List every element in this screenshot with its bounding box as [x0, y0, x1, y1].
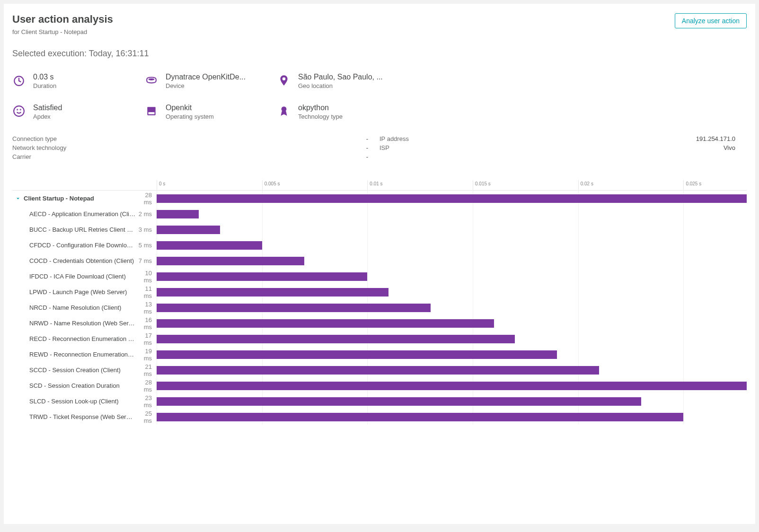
waterfall-bar-cell	[157, 393, 747, 409]
waterfall-bar	[157, 335, 515, 343]
waterfall-label-area: CFDCD - Configuration File Download...	[12, 242, 135, 249]
waterfall-label-area: Client Startup - Notepad	[12, 195, 135, 202]
waterfall-duration: 21 ms	[135, 363, 157, 377]
detail-label: Network technology	[12, 144, 66, 151]
waterfall-bar-cell	[157, 347, 747, 362]
waterfall-bar-cell	[157, 222, 747, 237]
axis-tick: 0.02 s	[578, 180, 593, 190]
waterfall-duration: 7 ms	[135, 257, 157, 264]
svg-rect-6	[149, 112, 155, 114]
waterfall-bar-cell	[157, 237, 747, 253]
waterfall-label: SCD - Session Creation Duration	[29, 382, 120, 389]
details-section: Connection type-Network technology-Carri…	[12, 134, 747, 161]
waterfall-label: AECD - Application Enumeration (Clie...	[29, 210, 135, 218]
metric-device: Dynatrace OpenKitDe... Device	[145, 73, 277, 89]
waterfall-duration: 5 ms	[135, 242, 157, 249]
detail-value: Vivo	[724, 144, 735, 151]
selected-execution-label: Selected execution: Today, 16:31:11	[12, 49, 747, 59]
waterfall-bar-cell	[157, 253, 747, 269]
waterfall-duration: 28 ms	[135, 192, 157, 206]
svg-point-4	[149, 78, 155, 80]
detail-line: Carrier-	[12, 152, 380, 161]
waterfall-label: RECD - Reconnection Enumeration (Cl...	[29, 335, 135, 342]
waterfall-row: RECD - Reconnection Enumeration (Cl...17…	[12, 331, 747, 347]
page-title: User action analysis	[12, 13, 113, 26]
metric-duration: 0.03 s Duration	[12, 73, 145, 89]
waterfall-duration: 13 ms	[135, 301, 157, 315]
waterfall-bar	[157, 319, 494, 328]
waterfall-bar	[157, 413, 683, 421]
device-icon	[145, 74, 158, 87]
detail-value: -	[366, 153, 368, 160]
waterfall-bar-cell	[157, 409, 747, 425]
waterfall-duration: 10 ms	[135, 270, 157, 284]
waterfall-label-area: LPWD - Launch Page (Web Server)	[12, 288, 135, 296]
metrics-grid: 0.03 s Duration Satisfied Apdex	[12, 73, 747, 120]
header-titles: User action analysis for Client Startup …	[12, 13, 113, 35]
metric-geo-value: São Paulo, Sao Paulo, ...	[298, 73, 383, 81]
waterfall-bar	[157, 226, 220, 234]
metric-apdex-label: Apdex	[33, 113, 62, 120]
waterfall-label: BUCC - Backup URL Retries Client Cou...	[29, 226, 135, 233]
page-subtitle: for Client Startup - Notepad	[12, 28, 113, 35]
waterfall-row: AECD - Application Enumeration (Clie...2…	[12, 206, 747, 222]
svg-point-3	[20, 109, 21, 110]
stopwatch-icon	[12, 74, 26, 87]
waterfall-label: CFDCD - Configuration File Download...	[29, 242, 135, 249]
detail-line: ISPVivo	[380, 143, 747, 152]
svg-point-2	[17, 109, 18, 110]
waterfall-row: LPWD - Launch Page (Web Server)11 ms	[12, 284, 747, 300]
detail-label: Carrier	[12, 153, 31, 160]
waterfall-label-area: SLCD - Session Look-up (Client)	[12, 398, 135, 405]
detail-label: IP address	[380, 135, 409, 142]
waterfall-label: IFDCD - ICA File Download (Client)	[29, 273, 126, 280]
metrics-col-1: 0.03 s Duration Satisfied Apdex	[12, 73, 145, 120]
axis-row: 0 s0.005 s0.01 s0.015 s0.02 s0.025 s	[12, 180, 747, 191]
waterfall-label-area: IFDCD - ICA File Download (Client)	[12, 273, 135, 280]
detail-label: Connection type	[12, 135, 57, 142]
waterfall-label-area: REWD - Reconnection Enumeration (...	[12, 351, 135, 358]
waterfall-label: LPWD - Launch Page (Web Server)	[29, 288, 127, 296]
waterfall-row: TRWD - Ticket Response (Web Server)25 ms	[12, 409, 747, 425]
waterfall-row: SLCD - Session Look-up (Client)23 ms	[12, 393, 747, 409]
analyze-user-action-button[interactable]: Analyze user action	[675, 13, 747, 28]
waterfall-row: NRWD - Name Resolution (Web Server)16 ms	[12, 315, 747, 331]
waterfall-row: CFDCD - Configuration File Download...5 …	[12, 237, 747, 253]
axis-tick: 0.005 s	[262, 180, 280, 190]
header: User action analysis for Client Startup …	[12, 13, 747, 35]
waterfall-label-area: COCD - Credentials Obtention (Client)	[12, 257, 135, 264]
metrics-col-3: São Paulo, Sao Paulo, ... Geo location o…	[277, 73, 410, 120]
waterfall-row: BUCC - Backup URL Retries Client Cou...3…	[12, 222, 747, 237]
waterfall-row[interactable]: Client Startup - Notepad28 ms	[12, 191, 747, 206]
waterfall-duration: 23 ms	[135, 394, 157, 409]
waterfall-bar-cell	[157, 300, 747, 315]
waterfall-row: SCD - Session Creation Duration28 ms	[12, 378, 747, 393]
waterfall-bar	[157, 397, 641, 406]
waterfall-bar	[157, 241, 262, 250]
axis-area: 0 s0.005 s0.01 s0.015 s0.02 s0.025 s	[157, 180, 747, 190]
metric-os-label: Operating system	[166, 113, 214, 120]
waterfall-duration: 17 ms	[135, 332, 157, 346]
waterfall-bar	[157, 257, 304, 265]
waterfall-label-area: AECD - Application Enumeration (Clie...	[12, 210, 135, 218]
metric-os-value: Openkit	[166, 104, 214, 112]
waterfall-bar-cell	[157, 191, 747, 206]
axis-tick: 0.01 s	[367, 180, 382, 190]
waterfall-row: SCCD - Session Creation (Client)21 ms	[12, 362, 747, 378]
waterfall-label-area: NRCD - Name Resolution (Client)	[12, 304, 135, 311]
waterfall-label-area: SCD - Session Creation Duration	[12, 382, 135, 389]
axis-tick: 0.025 s	[683, 180, 701, 190]
waterfall-label: NRWD - Name Resolution (Web Server)	[29, 320, 135, 327]
details-right-col: IP address191.254.171.0ISPVivo	[380, 134, 747, 161]
metric-tech-label: Technology type	[298, 113, 343, 120]
waterfall-bar-cell	[157, 331, 747, 347]
detail-value: -	[366, 135, 368, 142]
waterfall-chart: 0 s0.005 s0.01 s0.015 s0.02 s0.025 s Cli…	[12, 180, 747, 425]
svg-point-7	[282, 106, 287, 112]
waterfall-duration: 3 ms	[135, 226, 157, 233]
smile-icon	[12, 105, 26, 118]
location-icon	[277, 74, 291, 87]
waterfall-bar	[157, 382, 747, 390]
detail-line: IP address191.254.171.0	[380, 134, 747, 143]
chevron-down-icon[interactable]	[15, 196, 22, 201]
